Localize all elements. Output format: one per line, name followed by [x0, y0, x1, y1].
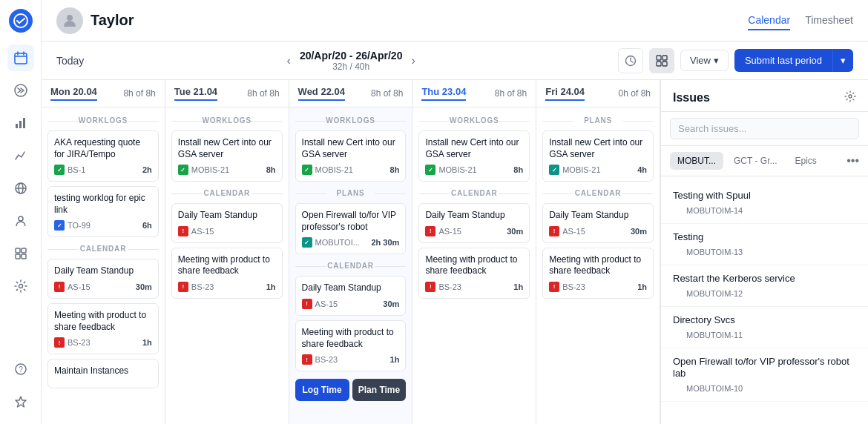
event-firewall-wed[interactable]: Open Firewall to/for VIP professor's rob…	[295, 203, 407, 254]
event-cert-thu[interactable]: Install new Cert into our GSA server ✓ M…	[418, 130, 530, 182]
event-standup-thu[interactable]: Daily Team Standup ! AS-15 30m	[418, 203, 530, 243]
issue-item-14[interactable]: Testing with Spuul ■ MOBUTOIM-14	[661, 182, 868, 224]
issue-item-10[interactable]: Open Firewall to/for VIP professor's rob…	[661, 348, 868, 403]
sidebar-item-chart[interactable]	[7, 142, 34, 169]
event-cert-wed[interactable]: Install new Cert into our GSA server ✓ M…	[295, 130, 407, 182]
day-header-tue: Tue 21.04 8h of 8h	[165, 80, 289, 107]
tab-calendar[interactable]: Calendar	[748, 11, 790, 30]
issues-panel: Issues MOBUT... GCT - Gr... Epics ••• Te…	[660, 80, 868, 424]
section-calendar-tue: CALENDAR	[171, 189, 283, 197]
day-label-tue: Tue 21.04	[174, 86, 217, 97]
calendar-grid: Mon 20.04 8h of 8h Tue 21.04 8h of 8h We…	[42, 80, 660, 424]
day-label-wed: Wed 22.04	[298, 86, 345, 97]
day-col-tue: WORKLOGS Install new Cert into our GSA s…	[165, 107, 289, 424]
tag-icon-red-fri-2: !	[549, 282, 559, 292]
tag-icon-red-wed: !	[302, 299, 312, 309]
day-col-fri: PLANS Install new Cert into our GSA serv…	[536, 107, 660, 424]
sidebar-item-settings[interactable]	[7, 273, 34, 299]
issues-tab-gct[interactable]: GCT - Gr...	[726, 152, 784, 170]
svg-rect-23	[657, 56, 661, 60]
event-standup-wed[interactable]: Daily Team Standup ! AS-15 30m	[295, 276, 407, 316]
svg-rect-13	[16, 248, 20, 253]
log-time-button[interactable]: Log Time	[295, 379, 349, 401]
day-header-mon: Mon 20.04 8h of 8h	[42, 80, 165, 107]
submit-dropdown-button[interactable]: ▾	[832, 49, 853, 72]
event-cert-tue[interactable]: Install new Cert into our GSA server ✓ M…	[171, 130, 283, 182]
sidebar: ?	[0, 0, 42, 424]
event-aka-jira[interactable]: AKA requesting quote for JIRA/Tempo ✓ BS…	[47, 130, 159, 182]
date-navigation: ‹ 20/Apr/20 - 26/Apr/20 32h / 40h ›	[93, 50, 609, 72]
issues-list: Testing with Spuul ■ MOBUTOIM-14 Testing…	[661, 176, 868, 424]
issue-item-13[interactable]: Testing ✓ MOBUTOIM-13	[661, 224, 868, 265]
calendar-header: Mon 20.04 8h of 8h Tue 21.04 8h of 8h We…	[42, 80, 660, 107]
sidebar-item-globe[interactable]	[7, 175, 34, 202]
issues-gear-icon[interactable]	[844, 90, 856, 105]
svg-point-17	[19, 285, 22, 288]
tab-timesheet[interactable]: Timesheet	[805, 11, 853, 30]
issue-tag-icon-14: ■	[673, 205, 683, 216]
event-meeting-thu[interactable]: Meeting with product to share feedback !…	[418, 248, 530, 299]
day-hours-tue: 8h of 8h	[247, 88, 279, 99]
sidebar-item-calendar[interactable]	[7, 44, 34, 71]
tag-icon-red-tue-2: !	[178, 282, 188, 292]
section-worklogs-thu: WORKLOGS	[418, 116, 530, 125]
event-standup-fri[interactable]: Daily Team Standup ! AS-15 30m	[542, 203, 654, 243]
event-testing-worklog[interactable]: testing worklog for epic link ✓ TO-99 6h	[47, 186, 159, 237]
next-week-button[interactable]: ›	[408, 51, 418, 70]
sidebar-item-grid[interactable]	[7, 240, 34, 267]
svg-rect-6	[16, 124, 18, 128]
day-col-mon: WORKLOGS AKA requesting quote for JIRA/T…	[42, 107, 165, 424]
header: Taylor Calendar Timesheet	[42, 0, 868, 42]
event-standup-tue[interactable]: Daily Team Standup ! AS-15	[171, 203, 283, 243]
event-standup-mon[interactable]: Daily Team Standup ! AS-15 30m	[47, 259, 159, 299]
app-logo[interactable]	[9, 9, 33, 33]
sidebar-item-person[interactable]	[7, 208, 34, 234]
day-header-fri: Fri 24.04 0h of 8h	[536, 80, 660, 107]
svg-rect-16	[22, 254, 26, 259]
day-hours-thu: 8h of 8h	[495, 88, 527, 99]
day-label-thu: Thu 23.04	[421, 86, 466, 97]
view-dropdown-button[interactable]: View ▾	[680, 50, 729, 71]
issues-more-button[interactable]: •••	[846, 154, 859, 168]
event-maintain-mon[interactable]: Maintain Instances	[47, 359, 159, 388]
clock-button[interactable]	[618, 48, 643, 73]
day-label-mon: Mon 20.04	[50, 86, 97, 97]
sidebar-item-help[interactable]: ?	[7, 356, 34, 382]
sidebar-item-star[interactable]	[7, 388, 34, 415]
issues-search-input[interactable]	[670, 118, 859, 139]
svg-marker-20	[16, 397, 26, 407]
issues-tab-mobut[interactable]: MOBUT...	[670, 152, 723, 170]
section-calendar-thu: CALENDAR	[418, 189, 530, 197]
sidebar-item-fast-forward[interactable]	[7, 77, 34, 104]
submit-last-period-button[interactable]: Submit last period	[734, 49, 832, 72]
plan-time-button[interactable]: Plan Time	[352, 379, 407, 401]
issue-item-12[interactable]: Restart the Kerberos service ✓ MOBUTOIM-…	[661, 265, 868, 307]
issues-header: Issues	[661, 80, 868, 112]
today-button[interactable]: Today	[56, 55, 84, 67]
date-range-text: 20/Apr/20 - 26/Apr/20	[300, 50, 403, 62]
event-meeting-fri[interactable]: Meeting with product to share feedback !…	[542, 248, 654, 299]
issue-item-11[interactable]: Directory Svcs ■ MOBUTOIM-11	[661, 307, 868, 348]
issue-tag-icon-13: ✓	[673, 247, 683, 257]
tag-icon-teal-wed: ✓	[302, 237, 312, 248]
prev-week-button[interactable]: ‹	[284, 51, 294, 70]
svg-rect-15	[16, 254, 20, 259]
grid-view-button[interactable]	[649, 48, 674, 73]
hours-summary: 32h / 40h	[300, 62, 403, 72]
tag-icon-red-thu: !	[425, 226, 435, 236]
issue-tag-icon-12: ✓	[673, 288, 683, 299]
day-hours-wed: 8h of 8h	[371, 88, 403, 99]
day-col-thu: WORKLOGS Install new Cert into our GSA s…	[412, 107, 536, 424]
sidebar-item-bar-chart[interactable]	[7, 110, 34, 136]
day-hours-mon: 8h of 8h	[123, 88, 155, 99]
svg-rect-1	[15, 53, 27, 64]
day-col-wed: WORKLOGS Install new Cert into our GSA s…	[289, 107, 413, 424]
event-cert-fri[interactable]: Install new Cert into our GSA server ✓ M…	[542, 130, 654, 182]
section-worklogs-tue: WORKLOGS	[171, 116, 283, 125]
section-plans-fri: PLANS	[542, 116, 654, 125]
event-meeting-tue[interactable]: Meeting with product to share feedback !…	[171, 248, 283, 299]
issues-tab-epics[interactable]: Epics	[787, 152, 823, 170]
event-meeting-mon[interactable]: Meeting with product to share feedback !…	[47, 303, 159, 354]
event-meeting-wed[interactable]: Meeting with product to share feedback !…	[295, 320, 407, 371]
svg-rect-24	[662, 56, 667, 60]
